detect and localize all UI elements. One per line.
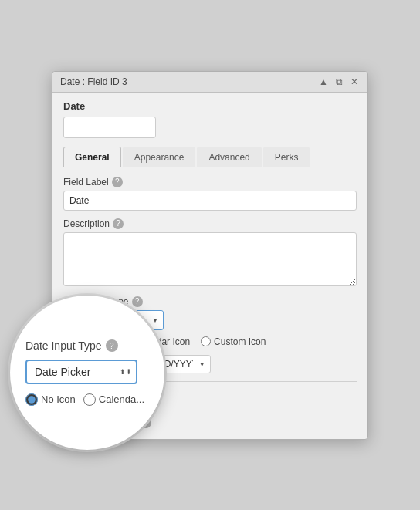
popout-button[interactable]: ⧉ xyxy=(334,76,344,87)
description-help-icon[interactable]: ? xyxy=(113,218,124,229)
magnify-overlay: Date Input Type ? Date Picker Text Input… xyxy=(10,296,164,450)
mag-select[interactable]: Date Picker Text Input xyxy=(25,360,137,384)
mag-radios: No Icon Calenda... xyxy=(25,393,144,406)
description-group: Description ? xyxy=(63,218,357,289)
tab-general[interactable]: General xyxy=(63,147,121,167)
mag-label: Date Input Type ? xyxy=(25,339,118,352)
mag-select-wrapper: Date Picker Text Input xyxy=(25,360,137,384)
tab-appearance[interactable]: Appearance xyxy=(123,147,196,167)
tab-advanced[interactable]: Advanced xyxy=(197,147,261,167)
mag-no-icon-radio[interactable] xyxy=(25,393,38,406)
mag-help-icon: ? xyxy=(106,339,118,352)
field-label-group: Field Label ? xyxy=(63,177,357,211)
field-label-help-icon[interactable]: ? xyxy=(112,177,123,187)
tab-bar: General Appearance Advanced Perks xyxy=(63,146,357,167)
custom-icon-radio[interactable] xyxy=(201,336,211,346)
field-label-input[interactable] xyxy=(63,191,357,211)
title-bar: Date : Field ID 3 ▲ ⧉ ✕ xyxy=(52,72,368,93)
close-button[interactable]: ✕ xyxy=(349,76,360,87)
date-input-type-help-icon[interactable]: ? xyxy=(132,296,143,307)
mag-calendar-radio[interactable] xyxy=(83,393,96,406)
mag-calendar-label: Calenda... xyxy=(99,393,144,405)
mag-no-icon-option[interactable]: No Icon xyxy=(25,393,76,406)
mag-label-text: Date Input Type xyxy=(25,339,102,352)
mag-calendar-option[interactable]: Calenda... xyxy=(83,393,144,406)
mag-no-icon-label: No Icon xyxy=(41,393,76,405)
description-textarea[interactable] xyxy=(63,232,357,286)
title-bar-actions: ▲ ⧉ ✕ xyxy=(317,76,360,87)
custom-icon-option[interactable]: Custom Icon xyxy=(201,336,266,347)
field-name: Date xyxy=(63,100,357,112)
tab-perks[interactable]: Perks xyxy=(263,147,310,167)
custom-icon-label: Custom Icon xyxy=(214,336,266,347)
minimize-button[interactable]: ▲ xyxy=(317,76,330,87)
main-window: Date : Field ID 3 ▲ ⧉ ✕ Date General App… xyxy=(52,71,368,440)
field-label-label: Field Label ? xyxy=(63,177,357,187)
field-preview-box xyxy=(63,117,156,138)
description-label: Description ? xyxy=(63,218,357,229)
window-title: Date : Field ID 3 xyxy=(60,76,127,87)
